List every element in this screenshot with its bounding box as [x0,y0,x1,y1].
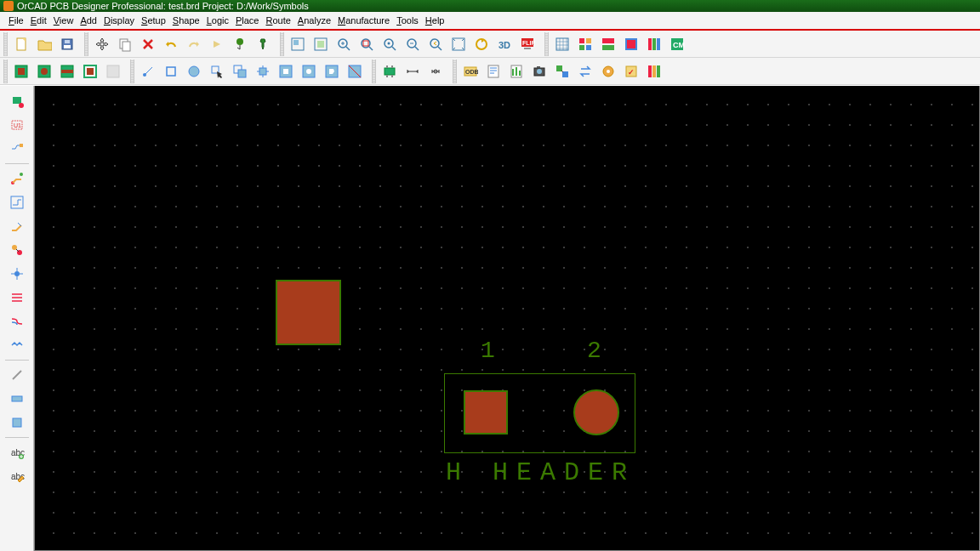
swap-button[interactable] [574,60,596,82]
zoom-full-button[interactable] [447,33,470,55]
net-edit-tool[interactable] [5,139,29,159]
move-button[interactable] [91,33,113,55]
color4-button[interactable] [643,33,665,55]
design-check-button[interactable] [482,60,504,82]
text-edit-tool[interactable] [5,466,29,486]
menu-setup[interactable]: Setup [141,15,166,26]
loose-pad-square[interactable] [276,280,341,345]
zoom-center-button[interactable] [379,33,401,55]
placement-edit-tool[interactable] [5,91,29,111]
open-file-button[interactable] [33,33,55,55]
swap-icon [578,64,593,79]
pushpin-icon [255,37,271,52]
pad-pin-1[interactable] [464,390,508,435]
grid-icon [555,37,570,52]
shape-expand-button[interactable] [252,60,274,82]
via-tool[interactable] [5,240,29,260]
layers-button[interactable] [643,60,665,82]
save-file-button[interactable] [56,33,78,55]
layer-bottom-button[interactable] [56,60,78,82]
layer-top-button[interactable] [10,60,32,82]
menu-logic[interactable]: Logic [207,15,229,26]
spread-tool[interactable] [5,287,29,308]
zoom-out-sel-button[interactable] [356,33,378,55]
route-tool[interactable] [5,168,29,189]
layer-g2-icon [37,64,52,79]
dim-h-button[interactable] [402,60,424,82]
pin-button[interactable] [252,33,274,55]
highlight-icon [601,64,616,79]
delay-tool[interactable] [5,335,29,355]
shape-rect-button[interactable] [160,60,182,82]
camera-button[interactable] [528,60,550,82]
shape-void-circ-button[interactable] [298,60,320,82]
cm-button[interactable] [666,33,688,55]
zfull-icon [451,37,466,52]
shape-circle-button[interactable] [183,60,205,82]
color2-button[interactable] [597,33,619,55]
menu-help[interactable]: Help [425,15,445,26]
menu-file[interactable]: File [9,15,24,26]
menu-add[interactable]: Add [80,15,97,26]
undo-button[interactable] [160,33,182,55]
3d-view-button[interactable] [493,33,516,55]
diff-pair-tool[interactable] [5,311,29,332]
color3-button[interactable] [620,33,642,55]
menu-manufacture[interactable]: Manufacture [338,15,390,26]
shape-tool[interactable] [5,412,29,433]
menu-shape[interactable]: Shape [173,15,200,26]
zoom-window-button[interactable] [287,33,309,55]
drc-check-button[interactable] [620,60,642,82]
shape-icon [9,415,25,430]
dim-v-button[interactable] [424,60,447,82]
shape-copy-button[interactable] [229,60,251,82]
copy-button[interactable] [114,33,136,55]
odb-out-button[interactable] [459,60,481,82]
goto-button[interactable] [229,33,251,55]
shape-pick-button[interactable] [206,60,228,82]
layer-g3-icon [60,64,75,79]
shape-point-button[interactable] [137,60,159,82]
refresh-button[interactable] [470,33,493,55]
menu-route[interactable]: Route [265,15,290,26]
zoom-fit-button[interactable] [310,33,332,55]
new-file-button[interactable] [10,33,32,55]
toolbar-row-2 [0,58,980,85]
design-canvas[interactable]: 1 2 H HEADER [34,86,980,551]
layer-outline-button[interactable] [79,60,101,82]
menu-view[interactable]: View [54,15,74,26]
menu-display[interactable]: Display [104,15,134,26]
shape-trim-button[interactable] [344,60,366,82]
placement-edit-icon [9,94,25,109]
symbol-edit-tool[interactable] [5,115,29,135]
zoutsel-icon [359,37,374,52]
zoom-in-button[interactable] [333,33,355,55]
connect-tool[interactable] [5,389,29,409]
zoom-out-button[interactable] [402,33,424,55]
pad-pin-2[interactable] [573,389,619,435]
autoroute-tool[interactable] [5,192,29,213]
shape-void-poly-button[interactable] [321,60,343,82]
move-icon [94,37,110,52]
grid-toggle-button[interactable] [551,33,573,55]
shape-void-rect-button[interactable] [275,60,297,82]
slide-tool[interactable] [5,216,29,236]
report-button[interactable] [505,60,527,82]
x-red-icon [140,37,156,52]
highlight-button[interactable] [597,60,619,82]
zoom-prev-button[interactable] [424,33,447,55]
menu-place[interactable]: Place [236,15,259,26]
flip-button[interactable] [516,33,538,55]
menu-analyze[interactable]: Analyze [298,15,331,26]
crossprobe-button[interactable] [551,60,573,82]
place-component-button[interactable] [379,60,401,82]
pick-icon [209,64,225,79]
color1-button[interactable] [574,33,596,55]
text-add-tool[interactable] [5,442,29,463]
layer-plane-button[interactable] [33,60,55,82]
menu-tools[interactable]: Tools [396,15,419,26]
menu-edit[interactable]: Edit [31,15,47,26]
cline-tool[interactable] [5,365,29,385]
fanout-tool[interactable] [5,264,29,284]
delete-button[interactable] [137,33,159,55]
